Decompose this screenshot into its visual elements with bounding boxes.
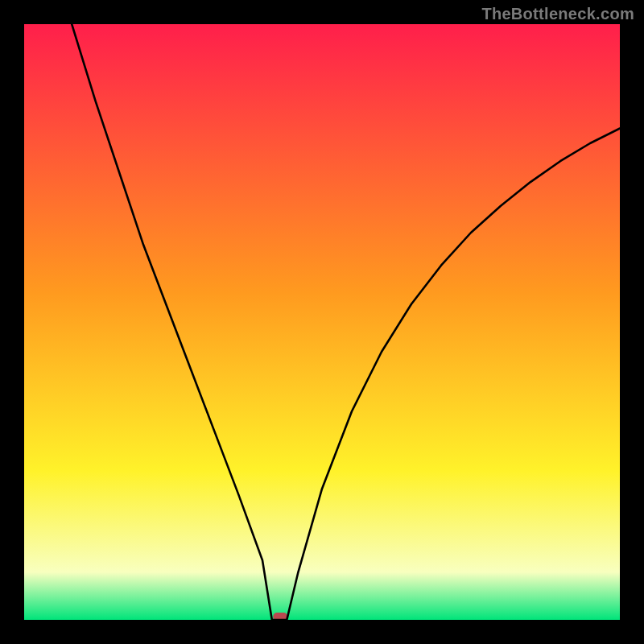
bottleneck-chart bbox=[24, 24, 620, 620]
watermark-text: TheBottleneck.com bbox=[481, 5, 634, 23]
minimum-marker bbox=[273, 613, 287, 620]
chart-frame: TheBottleneck.com bbox=[0, 0, 644, 644]
gradient-background bbox=[24, 24, 620, 620]
